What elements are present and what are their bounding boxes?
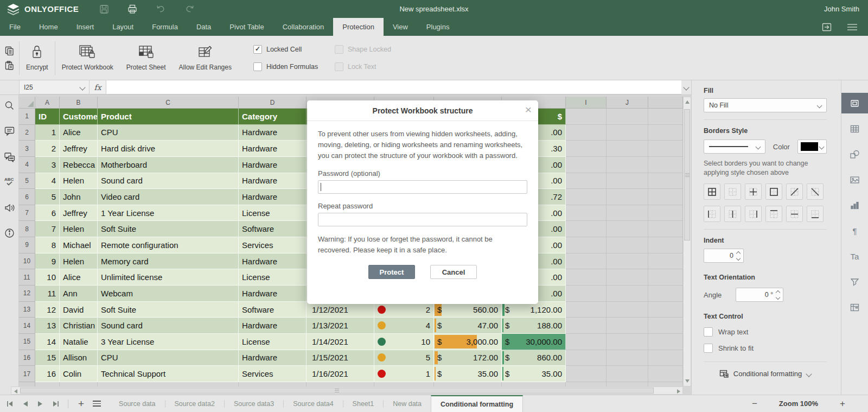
- cell-C10[interactable]: Memory card: [98, 253, 239, 270]
- column-header-I[interactable]: I: [566, 97, 607, 109]
- cell-C2[interactable]: CPU: [98, 125, 239, 141]
- cell-I1[interactable]: [566, 109, 607, 125]
- dialog-header[interactable]: Protect Workbook structure ×: [307, 100, 538, 121]
- cell-G17[interactable]: $35.00: [434, 366, 502, 382]
- wrap-text-checkbox[interactable]: Wrap text: [704, 327, 827, 337]
- expand-formula-bar-chevron-icon[interactable]: [683, 84, 689, 90]
- cell-D10[interactable]: Hardware: [239, 253, 307, 270]
- cell-C6[interactable]: Video card: [98, 189, 239, 205]
- cell-D12[interactable]: Hardware: [239, 286, 307, 302]
- cell-B2[interactable]: Alice: [60, 125, 98, 141]
- cell-B15[interactable]: Natalie: [60, 334, 98, 350]
- cell-H16[interactable]: $860.00: [502, 350, 566, 366]
- cell-K2[interactable]: [648, 125, 683, 141]
- close-icon[interactable]: ×: [525, 103, 532, 116]
- borders-inner-button[interactable]: [745, 183, 762, 200]
- about-info-icon[interactable]: [4, 228, 15, 238]
- tab-data[interactable]: Data: [187, 18, 220, 36]
- cell-K9[interactable]: [648, 237, 683, 253]
- cell-G13[interactable]: $560.00: [434, 302, 502, 318]
- cell-C5[interactable]: Sound card: [98, 173, 239, 189]
- open-file-location-icon[interactable]: [821, 22, 832, 32]
- sheet-tab-source-data3[interactable]: Source data3: [225, 395, 283, 412]
- vertical-scrollbar[interactable]: [683, 97, 691, 386]
- cell-D9[interactable]: Services: [239, 237, 307, 253]
- cell-I15[interactable]: [566, 334, 607, 350]
- shape-settings-icon[interactable]: [841, 144, 868, 164]
- print-icon[interactable]: [127, 4, 137, 14]
- previous-sheet-icon[interactable]: [22, 401, 28, 407]
- cell-I12[interactable]: [566, 286, 607, 302]
- cell-E16[interactable]: 1/15/2021: [307, 350, 374, 366]
- cell-J7[interactable]: [607, 205, 648, 221]
- add-sheet-icon[interactable]: +: [78, 398, 84, 410]
- sheet-list-icon[interactable]: [93, 401, 101, 407]
- cell-I2[interactable]: [566, 125, 607, 141]
- zoom-out-icon[interactable]: −: [752, 398, 757, 409]
- cell-D13[interactable]: Software: [239, 302, 307, 318]
- cell-J2[interactable]: [607, 125, 648, 141]
- row-header-13[interactable]: 13: [19, 302, 35, 318]
- sheet-tab-source-data[interactable]: Source data: [110, 395, 164, 412]
- name-box-chevron-icon[interactable]: [79, 84, 85, 90]
- cell-A17[interactable]: 16: [35, 366, 60, 382]
- borders-outer-button[interactable]: [765, 183, 782, 200]
- cell-B5[interactable]: Helen: [60, 173, 98, 189]
- last-sheet-icon[interactable]: [53, 401, 59, 407]
- cell-J15[interactable]: [607, 334, 648, 350]
- tab-pivot-table[interactable]: Pivot Table: [220, 18, 273, 36]
- undo-icon[interactable]: [156, 5, 166, 14]
- stepper-down-icon[interactable]: [736, 256, 741, 260]
- cell-H17[interactable]: $35.00: [502, 366, 566, 382]
- shrink-to-fit-checkbox[interactable]: Shrink to fit: [704, 344, 827, 353]
- chart-settings-icon[interactable]: [841, 195, 868, 215]
- cell-J8[interactable]: [607, 221, 648, 237]
- cell-C13[interactable]: Soft Suite: [98, 302, 239, 318]
- row-header-10[interactable]: 10: [19, 253, 35, 270]
- cell[interactable]: [607, 382, 648, 386]
- cell-K1[interactable]: [648, 109, 683, 125]
- angle-stepper[interactable]: 0 °: [736, 288, 783, 302]
- cell-G15[interactable]: $3,000.00: [434, 334, 502, 350]
- cell-D2[interactable]: Hardware: [239, 125, 307, 141]
- cell-D4[interactable]: Hardware: [239, 157, 307, 173]
- column-header-D[interactable]: D: [239, 97, 307, 109]
- checkbox-locked-cell[interactable]: ✓Locked Cell: [253, 45, 335, 54]
- cell-A14[interactable]: 13: [35, 318, 60, 334]
- hamburger-menu-icon[interactable]: [846, 23, 858, 31]
- cell-C7[interactable]: 1 Year License: [98, 205, 239, 221]
- cell-I5[interactable]: [566, 173, 607, 189]
- allow-edit-ranges-button[interactable]: Allow Edit Ranges: [173, 39, 238, 78]
- cell-D6[interactable]: Hardware: [239, 189, 307, 205]
- scroll-right-arrow-icon[interactable]: [677, 389, 680, 394]
- cell-I13[interactable]: [566, 302, 607, 318]
- conditional-formatting-button[interactable]: Conditional formatting: [704, 370, 827, 378]
- cell-B11[interactable]: Alice: [60, 269, 98, 286]
- cell-B7[interactable]: Jeffrey: [60, 205, 98, 221]
- cell[interactable]: [502, 382, 566, 386]
- row-header-5[interactable]: 5: [19, 173, 35, 189]
- tab-view[interactable]: View: [384, 18, 417, 36]
- insert-function-button[interactable]: fx: [90, 80, 106, 94]
- chat-icon[interactable]: [4, 152, 15, 162]
- redo-icon[interactable]: [184, 5, 195, 14]
- cell-C15[interactable]: 3 Year License: [98, 334, 239, 350]
- cell-K15[interactable]: [648, 334, 683, 350]
- cell-J1[interactable]: [607, 109, 648, 125]
- cell-name-box[interactable]: I25: [19, 80, 90, 94]
- tab-file[interactable]: File: [0, 18, 30, 36]
- cell[interactable]: [60, 382, 98, 386]
- cell-C4[interactable]: Motherboard: [98, 157, 239, 173]
- cell-B4[interactable]: Rebecca: [60, 157, 98, 173]
- password-input[interactable]: [318, 180, 527, 194]
- cell-F17[interactable]: 1: [374, 366, 434, 382]
- cell-settings-icon[interactable]: [841, 93, 868, 113]
- cell-J5[interactable]: [607, 173, 648, 189]
- cell-C11[interactable]: Unlimited license: [98, 269, 239, 286]
- sheet-tab-conditional-formatting[interactable]: Conditional formatting: [431, 395, 523, 412]
- row-header-9[interactable]: 9: [19, 237, 35, 253]
- border-style-dropdown[interactable]: [704, 140, 765, 154]
- cell-J17[interactable]: [607, 366, 648, 382]
- cell-J4[interactable]: [607, 157, 648, 173]
- tab-insert[interactable]: Insert: [67, 18, 104, 36]
